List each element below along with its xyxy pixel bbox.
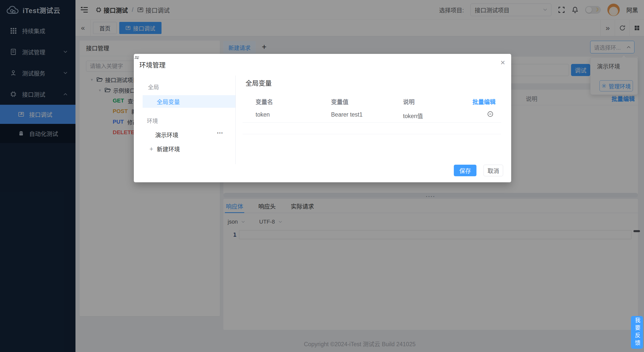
feedback-label: 我要反馈 — [633, 317, 641, 347]
remove-row-icon[interactable] — [487, 110, 494, 117]
column-header-value: 变量值 — [331, 97, 348, 106]
modal-nav-group-global: 全局 — [148, 83, 159, 91]
modal-nav-group-env: 环境 — [147, 116, 158, 124]
drag-sort-icon[interactable] — [134, 54, 140, 60]
feedback-button[interactable]: 我要反馈 — [631, 316, 643, 349]
var-value-cell[interactable]: Bearer test1 — [331, 111, 363, 118]
environment-management-modal: 环境管理 × 全局 全局变量 环境 演示环境 … + 新建环境 全局变量 变量名… — [134, 54, 511, 182]
modal-nav-item-demo-env[interactable]: 演示环境 … — [143, 129, 235, 140]
new-environment-label: 新建环境 — [157, 145, 180, 153]
var-desc-cell[interactable]: token值 — [403, 111, 423, 120]
modal-nav-item-label: 全局变量 — [157, 97, 180, 106]
cancel-button[interactable]: 取消 — [484, 165, 503, 176]
modal-title: 环境管理 — [139, 60, 166, 69]
close-icon[interactable]: × — [500, 58, 505, 66]
modal-nav-item-label: 演示环境 — [155, 130, 178, 139]
modal-nav-item-global-vars[interactable]: 全局变量 — [143, 95, 235, 108]
app-root: iTest测试云 持续集成 测试管理 测试服务 — [0, 0, 644, 352]
column-header-desc: 说明 — [403, 97, 415, 106]
more-icon[interactable]: … — [217, 127, 223, 135]
plus-icon: + — [149, 145, 153, 153]
global-vars-title: 全局变量 — [246, 78, 272, 87]
batch-edit-link[interactable]: 批量编辑 — [472, 97, 496, 106]
new-environment-button[interactable]: + 新建环境 — [149, 145, 180, 153]
table-row-divider — [243, 134, 501, 134]
var-name-cell[interactable]: token — [256, 111, 270, 118]
save-button[interactable]: 保存 — [454, 165, 476, 176]
modal-nav-divider — [235, 76, 236, 164]
column-header-name: 变量名 — [256, 97, 273, 106]
table-row-divider — [243, 122, 501, 123]
